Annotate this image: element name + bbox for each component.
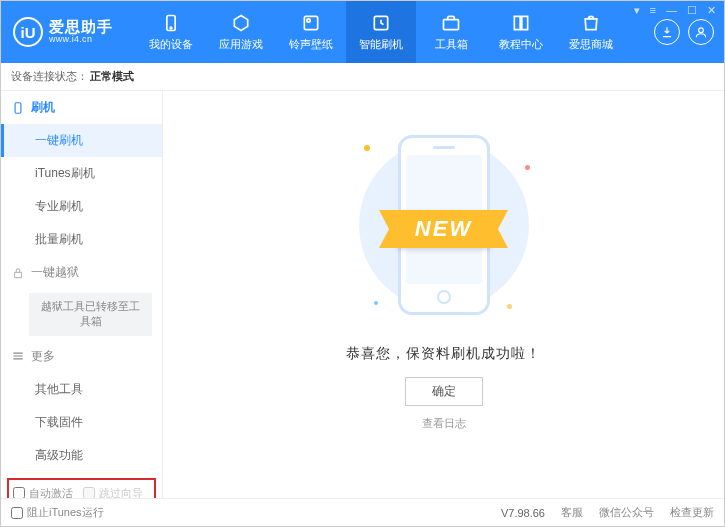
auto-activate-input[interactable] bbox=[13, 487, 25, 498]
section-title: 一键越狱 bbox=[31, 264, 79, 281]
footer-link-wechat[interactable]: 微信公众号 bbox=[599, 505, 654, 520]
nav-ringtones[interactable]: 铃声壁纸 bbox=[276, 1, 346, 63]
nav-label: 我的设备 bbox=[149, 37, 193, 52]
book-icon bbox=[511, 13, 531, 33]
image-icon bbox=[301, 13, 321, 33]
nav-label: 教程中心 bbox=[499, 37, 543, 52]
sidebar-item-download-firmware[interactable]: 下载固件 bbox=[1, 406, 162, 439]
svg-rect-5 bbox=[444, 19, 459, 29]
app-logo: iU 爱思助手 www.i4.cn bbox=[1, 17, 136, 47]
view-log-link[interactable]: 查看日志 bbox=[422, 416, 466, 431]
skip-guide-input bbox=[83, 487, 95, 498]
block-itunes-input[interactable] bbox=[11, 507, 23, 519]
nav-store[interactable]: 爱思商城 bbox=[556, 1, 626, 63]
sidebar-item-pro-flash[interactable]: 专业刷机 bbox=[1, 190, 162, 223]
checkbox-label: 自动激活 bbox=[29, 486, 73, 498]
svg-point-6 bbox=[699, 28, 704, 33]
status-value: 正常模式 bbox=[90, 69, 134, 84]
store-icon bbox=[581, 13, 601, 33]
status-label: 设备连接状态： bbox=[11, 69, 88, 84]
nav-flash[interactable]: 智能刷机 bbox=[346, 1, 416, 63]
svg-rect-2 bbox=[304, 16, 317, 29]
svg-rect-7 bbox=[15, 102, 21, 113]
nav-label: 应用游戏 bbox=[219, 37, 263, 52]
footer-link-support[interactable]: 客服 bbox=[561, 505, 583, 520]
checkbox-skip-guide[interactable]: 跳过向导 bbox=[83, 486, 143, 498]
sidebar-section-flash[interactable]: 刷机 bbox=[1, 91, 162, 124]
app-icon bbox=[231, 13, 251, 33]
maximize-icon[interactable]: ☐ bbox=[687, 4, 697, 17]
phone-icon bbox=[11, 101, 25, 115]
status-bar: 设备连接状态： 正常模式 bbox=[1, 63, 724, 91]
version-label: V7.98.66 bbox=[501, 507, 545, 519]
download-icon bbox=[660, 25, 674, 39]
device-icon bbox=[161, 13, 181, 33]
flash-icon bbox=[371, 13, 391, 33]
svg-rect-8 bbox=[15, 272, 22, 277]
nav-label: 铃声壁纸 bbox=[289, 37, 333, 52]
sidebar-item-oneclick-flash[interactable]: 一键刷机 bbox=[1, 124, 162, 157]
success-message: 恭喜您，保资料刷机成功啦！ bbox=[346, 345, 541, 363]
sidebar-item-advanced[interactable]: 高级功能 bbox=[1, 439, 162, 472]
sidebar-item-batch-flash[interactable]: 批量刷机 bbox=[1, 223, 162, 256]
logo-badge-icon: iU bbox=[13, 17, 43, 47]
nav-my-device[interactable]: 我的设备 bbox=[136, 1, 206, 63]
nav-tutorials[interactable]: 教程中心 bbox=[486, 1, 556, 63]
toolbox-icon bbox=[441, 13, 461, 33]
sidebar-item-other-tools[interactable]: 其他工具 bbox=[1, 373, 162, 406]
nav-label: 工具箱 bbox=[435, 37, 468, 52]
nav-toolbox[interactable]: 工具箱 bbox=[416, 1, 486, 63]
sidebar-item-itunes-flash[interactable]: iTunes刷机 bbox=[1, 157, 162, 190]
checkbox-label: 阻止iTunes运行 bbox=[27, 505, 104, 520]
new-ribbon: NEW bbox=[397, 210, 490, 248]
nav-label: 爱思商城 bbox=[569, 37, 613, 52]
user-button[interactable] bbox=[688, 19, 714, 45]
sidebar-section-more[interactable]: 更多 bbox=[1, 340, 162, 373]
tray-icon[interactable]: ▾ bbox=[634, 4, 640, 17]
jailbreak-note: 越狱工具已转移至工具箱 bbox=[29, 293, 152, 336]
section-title: 更多 bbox=[31, 348, 55, 365]
success-illustration: NEW bbox=[334, 115, 554, 335]
app-name: 爱思助手 bbox=[49, 19, 113, 36]
app-url: www.i4.cn bbox=[49, 35, 113, 45]
checkbox-auto-activate[interactable]: 自动激活 bbox=[13, 486, 73, 498]
lock-icon bbox=[11, 266, 25, 280]
svg-point-1 bbox=[170, 27, 172, 29]
svg-point-3 bbox=[307, 18, 310, 21]
menu-icon[interactable]: ≡ bbox=[650, 4, 656, 17]
download-button[interactable] bbox=[654, 19, 680, 45]
section-title: 刷机 bbox=[31, 99, 55, 116]
close-icon[interactable]: ✕ bbox=[707, 4, 716, 17]
nav-label: 智能刷机 bbox=[359, 37, 403, 52]
nav-apps[interactable]: 应用游戏 bbox=[206, 1, 276, 63]
footer-link-update[interactable]: 检查更新 bbox=[670, 505, 714, 520]
checkbox-label: 跳过向导 bbox=[99, 486, 143, 498]
checkbox-block-itunes[interactable]: 阻止iTunes运行 bbox=[11, 505, 104, 520]
highlight-box: 自动激活 跳过向导 bbox=[7, 478, 156, 498]
minimize-icon[interactable]: — bbox=[666, 4, 677, 17]
sidebar-section-jailbreak: 一键越狱 bbox=[1, 256, 162, 289]
user-icon bbox=[694, 25, 708, 39]
ok-button[interactable]: 确定 bbox=[405, 377, 483, 406]
menu-lines-icon bbox=[11, 349, 25, 363]
